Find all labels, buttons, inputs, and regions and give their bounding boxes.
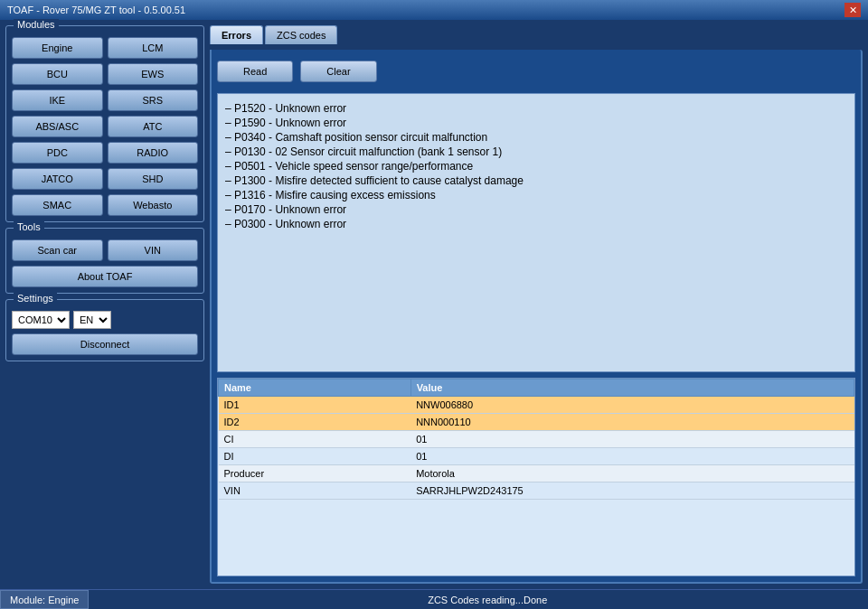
- cell-name: ID2: [219, 414, 411, 431]
- module-btn-engine[interactable]: Engine: [12, 37, 103, 59]
- module-btn-pdc[interactable]: PDC: [12, 142, 103, 164]
- tabs-bar: Errors ZCS codes: [210, 25, 863, 44]
- disconnect-button[interactable]: Disconnect: [12, 333, 198, 355]
- tools-group: Tools Scan car VIN About TOAF: [5, 228, 204, 294]
- cell-value: 01: [410, 431, 854, 448]
- app-title: TOAF - Rover 75/MG ZT tool - 0.5.00.51: [7, 5, 185, 15]
- module-btn-lcm[interactable]: LCM: [108, 37, 199, 59]
- col-value: Value: [410, 379, 854, 397]
- title-bar: TOAF - Rover 75/MG ZT tool - 0.5.00.51 ✕: [0, 0, 868, 20]
- error-item: P0340 - Camshaft position sensor circuit…: [225, 130, 847, 145]
- cell-value: SARRJHLPW2D243175: [410, 483, 854, 500]
- module-btn-webasto[interactable]: Webasto: [108, 194, 199, 216]
- settings-group: Settings COM10 COM1COM2COM3 COM4COM5COM6…: [5, 299, 204, 361]
- tab-errors[interactable]: Errors: [210, 25, 263, 44]
- vin-button[interactable]: VIN: [108, 239, 199, 261]
- error-item: P0300 - Unknown error: [225, 217, 847, 231]
- module-grid: Engine LCM BCU EWS IKE SRS ABS/ASC ATC P…: [12, 37, 198, 216]
- errors-container: Read Clear P1520 - Unknown error P1590 -…: [210, 50, 863, 584]
- module-btn-radio[interactable]: RADIO: [108, 142, 199, 164]
- error-item: P0130 - 02 Sensor circuit malfunction (b…: [225, 145, 847, 159]
- language-select[interactable]: ENDEFRPL: [73, 311, 111, 329]
- right-panel: Errors ZCS codes Read Clear P1520 - Unkn…: [210, 25, 863, 584]
- status-message: ZCS Codes reading...Done: [89, 595, 868, 605]
- cell-value: NNN000110: [410, 414, 854, 431]
- tab-zcs[interactable]: ZCS codes: [265, 25, 337, 44]
- settings-row: COM10 COM1COM2COM3 COM4COM5COM6 COM7COM8…: [12, 311, 198, 329]
- error-item: P1300 - Misfire detected sufficient to c…: [225, 173, 847, 188]
- scan-car-button[interactable]: Scan car: [12, 239, 103, 261]
- cell-name: VIN: [219, 483, 411, 500]
- status-module: Module: Engine: [0, 590, 89, 609]
- main-content: Modules Engine LCM BCU EWS IKE SRS ABS/A…: [0, 20, 868, 589]
- tools-label: Tools: [14, 221, 44, 232]
- module-btn-jatco[interactable]: JATCO: [12, 168, 103, 190]
- module-btn-atc[interactable]: ATC: [108, 116, 199, 137]
- close-button[interactable]: ✕: [844, 3, 861, 17]
- tools-grid: Scan car VIN: [12, 239, 198, 261]
- cell-name: DI: [219, 448, 411, 465]
- modules-label: Modules: [14, 19, 59, 30]
- module-btn-shd[interactable]: SHD: [108, 168, 199, 190]
- error-item: P1590 - Unknown error: [225, 116, 847, 130]
- module-btn-ews[interactable]: EWS: [108, 63, 199, 85]
- read-button[interactable]: Read: [217, 61, 293, 82]
- table-row: DI 01: [219, 448, 854, 465]
- left-panel: Modules Engine LCM BCU EWS IKE SRS ABS/A…: [5, 25, 204, 584]
- table-row: CI 01: [219, 431, 854, 448]
- data-table: Name Value ID1 NNW006880 ID2 NNN000110: [218, 379, 854, 500]
- errors-list: P1520 - Unknown error P1590 - Unknown er…: [217, 93, 855, 372]
- table-row: VIN SARRJHLPW2D243175: [219, 483, 854, 500]
- about-button[interactable]: About TOAF: [12, 266, 198, 287]
- module-btn-ike[interactable]: IKE: [12, 89, 103, 111]
- table-row: ID1 NNW006880: [219, 397, 854, 414]
- table-row: ID2 NNN000110: [219, 414, 854, 431]
- module-btn-smac[interactable]: SMAC: [12, 194, 103, 216]
- cell-value: NNW006880: [410, 397, 854, 414]
- module-btn-abs[interactable]: ABS/ASC: [12, 116, 103, 137]
- cell-value: Motorola: [410, 465, 854, 483]
- col-name: Name: [219, 379, 411, 397]
- status-bar: Module: Engine ZCS Codes reading...Done: [0, 589, 868, 609]
- action-bar: Read Clear: [217, 55, 855, 88]
- cell-name: Producer: [219, 465, 411, 483]
- error-item: P1316 - Misfire causing excess emissions: [225, 188, 847, 202]
- error-item: P0170 - Unknown error: [225, 202, 847, 217]
- module-btn-bcu[interactable]: BCU: [12, 63, 103, 85]
- modules-group: Modules Engine LCM BCU EWS IKE SRS ABS/A…: [5, 25, 204, 222]
- table-row: Producer Motorola: [219, 465, 854, 483]
- settings-label: Settings: [14, 293, 57, 304]
- port-select[interactable]: COM10 COM1COM2COM3 COM4COM5COM6 COM7COM8…: [12, 311, 70, 329]
- clear-button[interactable]: Clear: [300, 61, 376, 82]
- error-item: P1520 - Unknown error: [225, 101, 847, 116]
- module-btn-srs[interactable]: SRS: [108, 89, 199, 111]
- cell-name: ID1: [219, 397, 411, 414]
- error-item: P0501 - Vehicle speed sensor range/perfo…: [225, 159, 847, 173]
- data-table-container: Name Value ID1 NNW006880 ID2 NNN000110: [217, 378, 855, 576]
- cell-value: 01: [410, 448, 854, 465]
- cell-name: CI: [219, 431, 411, 448]
